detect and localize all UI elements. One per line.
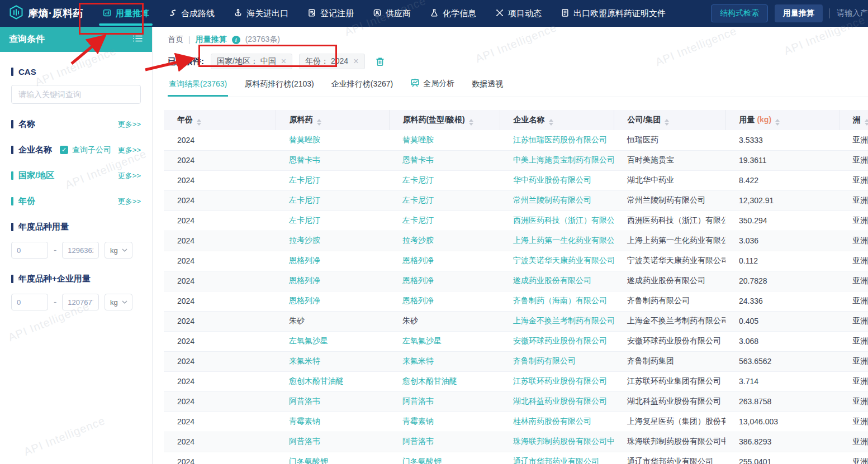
- cell-api[interactable]: 恩格列净: [276, 291, 389, 311]
- nav-item-eu-certificate[interactable]: 出口欧盟原料药证明文件: [561, 0, 666, 27]
- checkbox-check-icon: ✓: [60, 146, 68, 154]
- cell-api: 朱砂: [276, 311, 389, 331]
- cell-company[interactable]: 中美上海施贵宝制药有限公司: [500, 150, 614, 170]
- sort-icon[interactable]: [317, 119, 321, 126]
- cell-company[interactable]: 西洲医药科技（浙江）有限公...: [500, 211, 614, 231]
- cell-company[interactable]: 江苏联环药业股份有限公司: [500, 371, 614, 391]
- cell-api[interactable]: 恩替卡韦: [276, 150, 389, 170]
- country-more-link[interactable]: 更多>>: [118, 171, 141, 181]
- cell-company[interactable]: 齐鲁制药（海南）有限公司: [500, 291, 614, 311]
- collapse-list-icon[interactable]: [132, 34, 143, 45]
- cell-api_salt[interactable]: 左卡尼汀: [389, 170, 500, 190]
- cell-api_salt[interactable]: 左氧氟沙星: [389, 331, 500, 351]
- cell-api_salt[interactable]: 左卡尼汀: [389, 211, 500, 231]
- nav-item-project-news[interactable]: 项目动态: [495, 0, 542, 27]
- name-more-link[interactable]: 更多>>: [118, 119, 141, 130]
- cell-api_salt[interactable]: 恩替卡韦: [389, 150, 500, 170]
- cell-company[interactable]: 桂林南药股份有限公司: [500, 412, 614, 432]
- product-search-input[interactable]: 请输入产: [837, 8, 868, 18]
- cell-api_salt[interactable]: 拉考沙胺: [389, 231, 500, 251]
- info-icon[interactable]: i: [232, 36, 240, 44]
- company-more-link[interactable]: 更多>>: [118, 145, 141, 155]
- breadcrumb-home[interactable]: 首页: [168, 35, 183, 45]
- cell-company[interactable]: 珠海联邦制药股份有限公司中...: [500, 432, 614, 452]
- cell-api[interactable]: 左卡尼汀: [276, 211, 389, 231]
- cell-api_salt[interactable]: 恩格列净: [389, 291, 500, 311]
- cell-api[interactable]: 拉考沙胺: [276, 231, 389, 251]
- sort-icon[interactable]: [469, 119, 473, 126]
- cell-api[interactable]: 替莫唑胺: [276, 130, 389, 150]
- cell-company[interactable]: 湖北科益药业股份有限公司: [500, 391, 614, 412]
- cell-api_salt[interactable]: 愈创木酚甘油醚: [389, 371, 500, 391]
- column-header-api[interactable]: 原料药: [276, 110, 389, 130]
- year-more-link[interactable]: 更多>>: [118, 197, 141, 207]
- annual-usage-min-input[interactable]: [11, 242, 48, 259]
- cell-company[interactable]: 常州兰陵制药有限公司: [500, 190, 614, 211]
- cell-api[interactable]: 阿昔洛韦: [276, 391, 389, 412]
- column-header-usage[interactable]: 用量 (kg): [725, 110, 839, 130]
- column-header-company[interactable]: 企业名称: [500, 110, 614, 130]
- tab-query-results[interactable]: 查询结果(23763): [168, 79, 228, 97]
- tab-global-analysis[interactable]: 全局分析: [409, 78, 456, 97]
- cell-company[interactable]: 安徽环球药业股份有限公司: [500, 331, 614, 351]
- cell-api[interactable]: 左氧氟沙星: [276, 331, 389, 351]
- column-header-continent[interactable]: 洲: [839, 110, 868, 130]
- sort-icon[interactable]: [665, 119, 669, 126]
- usage-calc-button[interactable]: 用量推算: [775, 4, 823, 22]
- nav-item-synthesis-route[interactable]: 合成路线: [168, 0, 215, 27]
- cell-api_salt[interactable]: 替莫唑胺: [389, 130, 500, 150]
- sort-icon[interactable]: [865, 119, 868, 126]
- annual-company-usage-unit-select[interactable]: kg: [105, 294, 132, 310]
- tab-company-ranking[interactable]: 企业排行榜(3267): [330, 79, 394, 97]
- cell-company[interactable]: 宁波美诺华天康药业有限公司: [500, 251, 614, 271]
- cell-api[interactable]: 愈创木酚甘油醚: [276, 371, 389, 391]
- cell-api[interactable]: 青霉素钠: [276, 412, 389, 432]
- cell-api_salt[interactable]: 青霉素钠: [389, 412, 500, 432]
- cell-api_salt[interactable]: 恩格列净: [389, 271, 500, 291]
- sort-icon[interactable]: [775, 119, 780, 126]
- tab-data-perspective[interactable]: 数据透视: [471, 79, 504, 97]
- cell-company[interactable]: 江苏恒瑞医药股份有限公司: [500, 130, 614, 150]
- sort-icon[interactable]: [197, 119, 201, 126]
- cell-api[interactable]: 门冬氨酸钾: [276, 452, 389, 464]
- cell-api_salt[interactable]: 阿昔洛韦: [389, 391, 500, 412]
- nav-item-usage-calc[interactable]: 用量推算: [102, 0, 149, 27]
- cell-company[interactable]: 华中药业股份有限公司: [500, 170, 614, 190]
- cas-keyword-input[interactable]: [11, 85, 141, 104]
- column-header-api_salt[interactable]: 原料药(盐型/酸根): [389, 110, 500, 130]
- cell-api_salt[interactable]: 来氟米特: [389, 351, 500, 371]
- cell-api[interactable]: 恩格列净: [276, 251, 389, 271]
- nav-item-chemical-info[interactable]: 化学信息: [430, 0, 476, 27]
- cell-company[interactable]: 齐鲁制药有限公司: [500, 351, 614, 371]
- cell-api[interactable]: 来氟米特: [276, 351, 389, 371]
- cell-company[interactable]: 通辽市华邦药业有限公司: [500, 452, 614, 464]
- annual-usage-max-input[interactable]: [62, 242, 99, 259]
- cell-api_salt[interactable]: 恩格列净: [389, 251, 500, 271]
- cell-api_salt[interactable]: 门冬氨酸钾: [389, 452, 500, 464]
- sort-icon[interactable]: [549, 119, 553, 126]
- app-logo[interactable]: 摩熵·原料药: [9, 5, 83, 22]
- tab-api-ranking[interactable]: 原料药排行榜(2103): [243, 79, 315, 97]
- column-header-year[interactable]: 年份: [164, 110, 276, 130]
- cell-company[interactable]: 上海金不换兰考制药有限公司: [500, 311, 614, 331]
- nav-item-supplier[interactable]: 供应商: [373, 0, 411, 27]
- structure-search-button[interactable]: 结构式检索: [711, 4, 768, 22]
- cell-api[interactable]: 左卡尼汀: [276, 190, 389, 211]
- remove-tag-icon[interactable]: ×: [281, 57, 286, 66]
- nav-item-registration[interactable]: 登记注册: [307, 0, 354, 27]
- cell-api[interactable]: 左卡尼汀: [276, 170, 389, 190]
- subsidiary-checkbox[interactable]: ✓ 查询子公司: [60, 145, 111, 155]
- annual-company-usage-min-input[interactable]: [11, 294, 48, 310]
- cell-api_salt[interactable]: 阿昔洛韦: [389, 432, 500, 452]
- cell-api[interactable]: 阿昔洛韦: [276, 432, 389, 452]
- cell-api[interactable]: 恩格列净: [276, 271, 389, 291]
- clear-all-trash-icon[interactable]: [375, 56, 385, 67]
- cell-company[interactable]: 遂成药业股份有限公司: [500, 271, 614, 291]
- annual-company-usage-max-input[interactable]: [62, 294, 99, 310]
- cell-api_salt[interactable]: 左卡尼汀: [389, 190, 500, 211]
- column-header-group[interactable]: 公司/集团: [614, 110, 725, 130]
- remove-tag-icon[interactable]: ×: [353, 57, 358, 66]
- annual-usage-unit-select[interactable]: kg: [105, 242, 132, 259]
- nav-item-customs[interactable]: 海关进出口: [234, 0, 288, 27]
- cell-company[interactable]: 上海上药第一生化药业有限公...: [500, 231, 614, 251]
